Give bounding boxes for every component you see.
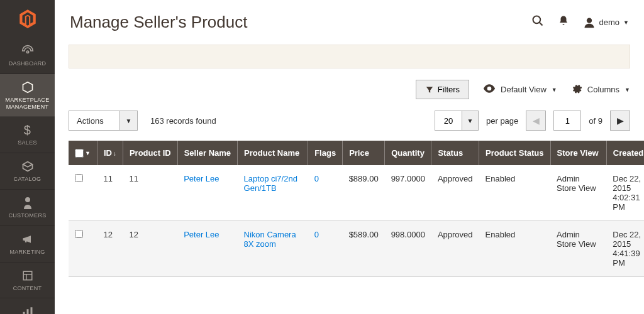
svg-point-6 <box>533 16 540 24</box>
nav-label: CUSTOMERS <box>8 212 46 219</box>
cell-price: $589.00 <box>343 221 385 277</box>
cell-qty: 997.0000 <box>385 165 431 221</box>
nav-dashboard[interactable]: DASHBOARD <box>0 38 55 74</box>
gear-icon <box>571 83 582 97</box>
cell-product-id: 11 <box>123 165 177 221</box>
person-icon <box>23 196 33 210</box>
col-status[interactable]: Status <box>431 141 479 165</box>
columns-menu[interactable]: Columns ▼ <box>571 83 630 97</box>
cell-store-view: Admin Store View <box>550 221 606 277</box>
funnel-icon <box>425 85 434 94</box>
data-grid: ▼ ID↓ Product ID Seller Name Product Nam… <box>55 141 644 277</box>
nav-label: SALES <box>18 139 37 146</box>
megaphone-icon <box>21 232 34 246</box>
user-name: demo <box>599 18 620 27</box>
filters-label: Filters <box>438 85 460 94</box>
svg-point-7 <box>586 18 591 23</box>
nav-label: MARKETING <box>9 249 45 256</box>
current-page-input[interactable] <box>553 111 581 131</box>
col-flags[interactable]: Flags <box>308 141 343 165</box>
svg-rect-4 <box>26 310 28 314</box>
col-product-name[interactable]: Product Name <box>238 141 308 165</box>
prev-page-button[interactable]: ◀ <box>526 111 546 131</box>
dashboard-icon <box>21 44 34 58</box>
sidebar: DASHBOARD MARKETPLACE MANAGEMENT $ SALES… <box>0 0 55 314</box>
product-link[interactable]: Laptop ci7/2nd Gen/1TB <box>244 174 297 193</box>
col-product-id[interactable]: Product ID <box>123 141 177 165</box>
cell-product-id: 12 <box>123 221 177 277</box>
actions-label: Actions <box>69 111 119 130</box>
actions-select[interactable]: Actions ▼ <box>69 111 138 131</box>
cell-created: Dec 22, 2015 4:41:39 PM <box>606 221 644 277</box>
col-created[interactable]: Created <box>606 141 644 165</box>
page-size-select[interactable]: ▼ <box>435 111 479 131</box>
seller-link[interactable]: Peter Lee <box>184 230 219 239</box>
cell-status: Approved <box>431 165 479 221</box>
col-quantity[interactable]: Quantity <box>385 141 431 165</box>
select-all-checkbox[interactable] <box>75 149 84 158</box>
row-checkbox[interactable] <box>75 230 83 238</box>
caret-down-icon: ▼ <box>625 87 630 93</box>
nav-label: CATALOG <box>14 176 42 183</box>
box-icon <box>21 160 34 173</box>
main-content: Manage Seller's Product demo ▼ Filters <box>55 0 644 314</box>
nav-marketing[interactable]: MARKETING <box>0 226 55 263</box>
layout-icon <box>22 269 33 283</box>
cell-product-status: Enabled <box>479 165 550 221</box>
col-select-all[interactable]: ▼ <box>69 141 97 165</box>
page-header: Manage Seller's Product demo ▼ <box>55 0 644 40</box>
cell-price: $889.00 <box>343 165 385 221</box>
caret-down-icon: ▼ <box>119 111 137 130</box>
svg-rect-5 <box>30 308 32 314</box>
nav-label: DASHBOARD <box>9 60 47 67</box>
cell-status: Approved <box>431 221 479 277</box>
nav-catalog[interactable]: CATALOG <box>0 153 55 190</box>
cell-product-status: Enabled <box>479 221 550 277</box>
col-id[interactable]: ID↓ <box>97 141 123 165</box>
nav-label: CONTENT <box>13 285 42 292</box>
next-page-button[interactable]: ▶ <box>610 111 630 131</box>
nav-marketplace[interactable]: MARKETPLACE MANAGEMENT <box>0 74 55 117</box>
sort-arrow-icon: ↓ <box>113 150 116 157</box>
magento-logo <box>0 0 55 38</box>
col-price[interactable]: Price <box>343 141 385 165</box>
user-icon <box>583 16 596 29</box>
col-product-status[interactable]: Product Status <box>479 141 550 165</box>
col-seller-name[interactable]: Seller Name <box>177 141 237 165</box>
caret-down-icon: ▼ <box>462 111 478 130</box>
view-label: Default View <box>501 85 547 94</box>
seller-link[interactable]: Peter Lee <box>184 174 219 183</box>
col-store-view[interactable]: Store View <box>550 141 606 165</box>
cell-created: Dec 22, 2015 4:02:31 PM <box>606 165 644 221</box>
row-checkbox[interactable] <box>75 174 83 182</box>
reports-icon <box>22 305 33 314</box>
caret-down-icon: ▼ <box>623 19 629 26</box>
svg-rect-2 <box>23 271 32 280</box>
table-row[interactable]: 1111Peter LeeLaptop ci7/2nd Gen/1TB0$889… <box>69 165 644 221</box>
table-header-row: ▼ ID↓ Product ID Seller Name Product Nam… <box>69 141 644 165</box>
table-row[interactable]: 1212Peter LeeNikon Camera 8X zoom0$589.0… <box>69 221 644 277</box>
nav-customers[interactable]: CUSTOMERS <box>0 190 55 226</box>
nav-reports[interactable] <box>0 298 55 314</box>
hexagon-icon <box>21 80 34 94</box>
cell-qty: 998.0000 <box>385 221 431 277</box>
page-of-label: of 9 <box>589 116 602 126</box>
default-view-menu[interactable]: Default View ▼ <box>483 84 557 95</box>
cell-store-view: Admin Store View <box>550 165 606 221</box>
product-link[interactable]: Nikon Camera 8X zoom <box>244 230 296 249</box>
svg-point-1 <box>25 197 30 202</box>
columns-label: Columns <box>587 85 619 94</box>
nav-sales[interactable]: $ SALES <box>0 117 55 153</box>
search-icon[interactable] <box>531 14 544 30</box>
notifications-icon[interactable] <box>558 14 569 30</box>
eye-icon <box>483 84 496 95</box>
page-size-input[interactable] <box>435 111 462 130</box>
flags-link[interactable]: 0 <box>314 174 319 183</box>
page-title: Manage Seller's Product <box>70 13 247 32</box>
user-menu[interactable]: demo ▼ <box>583 16 629 29</box>
dollar-icon: $ <box>24 123 31 137</box>
filters-button[interactable]: Filters <box>416 80 469 99</box>
flags-link[interactable]: 0 <box>314 230 319 239</box>
nav-content[interactable]: CONTENT <box>0 263 55 299</box>
caret-down-icon: ▼ <box>552 87 557 93</box>
